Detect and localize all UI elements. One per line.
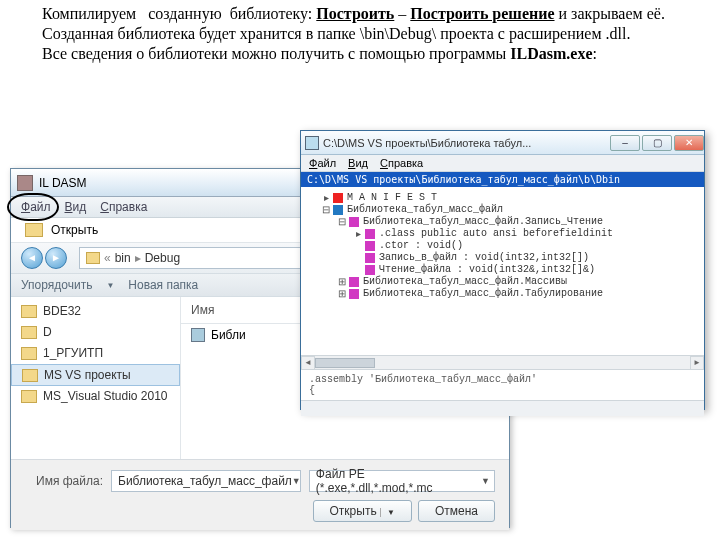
statusbar: [301, 400, 704, 416]
ild-menubar: Файл Вид Справка: [301, 155, 704, 172]
scroll-left-icon[interactable]: ◄: [301, 356, 315, 370]
side-item[interactable]: 1_РГУИТП: [43, 346, 103, 360]
menu-view[interactable]: Вид: [348, 157, 368, 169]
tree-view[interactable]: ▸M A N I F E S T ⊟Библиотека_табул_масс_…: [301, 187, 704, 355]
folder-tree[interactable]: BDE32 D 1_РГУИТП MS VS проекты MS_Visual…: [11, 297, 181, 459]
maximize-button[interactable]: ▢: [642, 135, 672, 151]
ildasm-window: C:\D\MS VS проекты\Библиотека табул... –…: [300, 130, 705, 410]
horizontal-scrollbar[interactable]: ◄ ►: [301, 355, 704, 369]
menu-help[interactable]: Справка: [100, 200, 147, 214]
scroll-thumb[interactable]: [315, 358, 375, 368]
nav-fwd-button[interactable]: ►: [45, 247, 67, 269]
folder-icon: [86, 252, 100, 264]
close-button[interactable]: ✕: [674, 135, 704, 151]
ild-titlebar[interactable]: C:\D\MS VS проекты\Библиотека табул... –…: [301, 131, 704, 155]
minimize-button[interactable]: –: [610, 135, 640, 151]
scroll-right-icon[interactable]: ►: [690, 356, 704, 370]
menu-file[interactable]: Файл: [309, 157, 336, 169]
assembly-path: C:\D\MS VS проекты\Библиотека_табул_масс…: [301, 172, 704, 187]
filename-input[interactable]: Библиотека_табул_масс_файл▼: [111, 470, 301, 492]
dll-icon: [191, 328, 205, 342]
cancel-button[interactable]: Отмена: [418, 500, 495, 522]
side-item[interactable]: MS_Visual Studio 2010: [43, 389, 168, 403]
organize-button[interactable]: Упорядочить: [21, 278, 92, 292]
open-button[interactable]: Открыть ▼: [313, 500, 412, 522]
filename-label: Имя файла:: [25, 474, 103, 488]
window-title: C:\D\MS VS проекты\Библиотека табул...: [323, 137, 531, 149]
side-item-selected[interactable]: MS VS проекты: [44, 368, 131, 382]
filetype-select[interactable]: Файл PE (*.exe,*.dll,*.mod,*.mc▼: [309, 470, 495, 492]
info-panel: .assembly 'Библиотека_табул_масс_файл' {: [301, 369, 704, 400]
annotation-circle: [7, 193, 59, 221]
document-body: Компилируем созданную библиотеку: Постро…: [0, 0, 720, 70]
app-icon: [305, 136, 319, 150]
new-folder-button[interactable]: Новая папка: [128, 278, 198, 292]
menu-help[interactable]: Справка: [380, 157, 423, 169]
nav-back-button[interactable]: ◄: [21, 247, 43, 269]
side-item[interactable]: D: [43, 325, 52, 339]
open-label: Открыть: [51, 223, 98, 237]
side-item[interactable]: BDE32: [43, 304, 81, 318]
menu-view[interactable]: Вид: [65, 200, 87, 214]
folder-open-icon: [25, 223, 43, 237]
window-title: IL DASM: [39, 176, 87, 190]
app-icon: [17, 175, 33, 191]
